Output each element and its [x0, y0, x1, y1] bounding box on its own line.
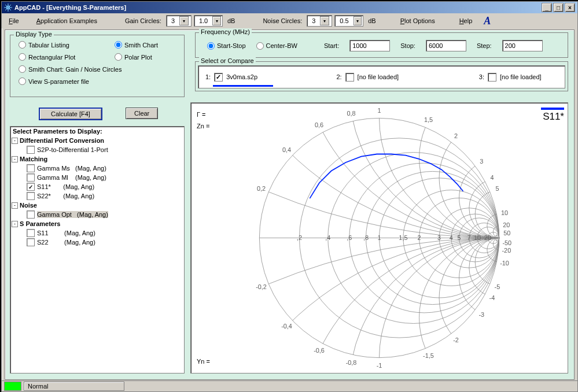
tree-noise[interactable]: -Noise [10, 201, 184, 210]
chevron-down-icon: ▾ [212, 16, 221, 25]
svg-text:-0,2: -0,2 [256, 283, 267, 290]
checkbox-icon[interactable] [27, 164, 35, 172]
checkbox-icon[interactable] [27, 146, 35, 154]
menu-plot-options[interactable]: Plot Options [398, 17, 437, 24]
noise-step-combo[interactable]: 0.5▾ [334, 15, 363, 27]
tree-sparams[interactable]: -S Parameters [10, 219, 184, 228]
svg-text:4: 4 [450, 234, 453, 241]
slot1-label: 1: [205, 73, 211, 80]
noise-count-combo[interactable]: 3▾ [307, 15, 332, 27]
svg-text:-10: -10 [500, 260, 509, 267]
zn-label: Zn = [197, 123, 209, 130]
slot1-file[interactable]: 3v0ma.s2p [226, 73, 273, 80]
slot2-file[interactable]: [no file loaded] [358, 73, 415, 80]
radio-rectangular[interactable]: Rectangular Plot [19, 53, 122, 61]
svg-text:-2: -2 [453, 336, 459, 343]
svg-text:-0,6: -0,6 [314, 347, 325, 354]
frequency-legend: Frequency (MHz) [199, 28, 252, 35]
noise-circles-label: Noise Circles: [260, 17, 304, 24]
collapse-icon[interactable]: - [12, 221, 18, 227]
clear-button[interactable]: Clear [126, 108, 158, 119]
svg-text:-3: -3 [478, 311, 484, 318]
step-field[interactable]: 200 [502, 40, 543, 51]
maximize-button[interactable]: □ [553, 3, 564, 12]
start-field[interactable]: 1000 [349, 40, 390, 51]
start-label: Start: [324, 42, 339, 49]
stop-label: Stop: [400, 42, 415, 49]
tree-diff-port[interactable]: -Differential Port Conversion [10, 136, 184, 145]
collapse-icon[interactable]: - [12, 156, 18, 162]
svg-text:-5: -5 [495, 283, 500, 290]
menu-file[interactable]: File [6, 17, 21, 24]
svg-text:5: 5 [458, 234, 461, 241]
svg-text:,4: ,4 [325, 234, 330, 241]
radio-start-stop[interactable]: Start-Stop [207, 42, 246, 50]
tree-s11star[interactable]: S11* (Mag, Ang) [10, 182, 184, 191]
svg-text:-4: -4 [489, 294, 495, 301]
chevron-down-icon: ▾ [320, 16, 329, 25]
radio-smith-gain-noise[interactable]: Smith Chart: Gain / Noise Circles [19, 65, 122, 73]
tree-s11[interactable]: S11 (Mag, Ang) [10, 228, 184, 238]
tree-s22star[interactable]: S22* (Mag, Ang) [10, 191, 184, 201]
radio-smith-chart[interactable]: Smith Chart [115, 41, 158, 49]
checkbox-icon[interactable] [27, 183, 35, 191]
tree-matching[interactable]: -Matching [10, 154, 184, 164]
stop-field[interactable]: 6000 [426, 40, 466, 51]
window-title: AppCAD - [Everything S-Parameters] [14, 4, 126, 11]
svg-text:-0,4: -0,4 [281, 323, 292, 330]
svg-point-37 [459, 238, 539, 318]
checkbox-icon[interactable] [27, 210, 35, 219]
select-compare-legend: Select or Compare [199, 57, 256, 64]
close-button[interactable]: × [565, 3, 575, 12]
tree-s22[interactable]: S22 (Mag, Ang) [10, 238, 184, 247]
checkbox-icon[interactable] [27, 238, 35, 246]
menu-app-examples[interactable]: Application Examples [34, 17, 100, 24]
slot3-label: 3: [479, 73, 484, 80]
svg-text:20: 20 [503, 221, 510, 228]
display-type-legend: Display Type [14, 31, 54, 38]
tree-gamma-opt[interactable]: Gamma Opt (Mag, Ang) [10, 210, 184, 219]
status-text: Normal [24, 382, 124, 391]
calculate-button[interactable]: Calculate [F4] [39, 108, 102, 120]
svg-text:3: 3 [480, 158, 483, 165]
svg-text:7: 7 [467, 234, 471, 241]
yn-label: Yn = [197, 358, 210, 365]
app-icon [4, 3, 12, 12]
tree-gamma-ms[interactable]: Gamma Ms (Mag, Ang) [10, 164, 184, 173]
svg-point-36 [459, 158, 539, 238]
step-label: Step: [477, 42, 492, 49]
collapse-icon[interactable]: - [12, 202, 18, 209]
svg-point-28 [349, 103, 568, 238]
svg-text:-0,8: -0,8 [346, 359, 357, 366]
svg-text:1: 1 [377, 234, 381, 241]
radio-polar[interactable]: Polar Plot [115, 53, 158, 61]
slot2-label: 2: [336, 73, 341, 80]
radio-view-file[interactable]: View S-parameter file [19, 77, 122, 85]
svg-text:0,6: 0,6 [315, 121, 323, 128]
chevron-down-icon: ▾ [179, 16, 189, 25]
svg-text:0,8: 0,8 [347, 110, 355, 117]
collapse-icon[interactable]: - [12, 138, 18, 144]
gain-unit: dB [225, 17, 237, 24]
gain-circles-label: Gain Circles: [123, 17, 164, 24]
gain-count-combo[interactable]: 3▾ [166, 15, 192, 27]
slot2-checkbox[interactable] [345, 73, 354, 82]
radio-tabular[interactable]: Tabular Listing [19, 41, 122, 49]
minimize-button[interactable]: _ [542, 3, 552, 12]
slot3-checkbox[interactable] [488, 73, 496, 82]
smith-chart[interactable]: Γ = Zn = Yn = S11* ,2,4,6,811,5234571020… [190, 102, 568, 373]
gain-step-combo[interactable]: 1.0▾ [194, 15, 223, 27]
slot1-checkbox[interactable] [214, 73, 223, 82]
tree-s2p-diff[interactable]: S2P-to-Differential 1-Port [10, 145, 184, 154]
slot3-file[interactable]: [no file loaded] [500, 73, 558, 80]
checkbox-icon[interactable] [27, 192, 35, 200]
svg-text:0,2: 0,2 [257, 185, 266, 192]
radio-center-bw[interactable]: Center-BW [256, 42, 297, 50]
menu-help[interactable]: Help [457, 17, 475, 24]
tree-gamma-ml[interactable]: Gamma Ml (Mag, Ang) [10, 173, 184, 182]
svg-point-38 [469, 178, 529, 238]
checkbox-icon[interactable] [27, 229, 35, 237]
svg-point-26 [299, 103, 568, 238]
status-indicator [4, 382, 21, 391]
checkbox-icon[interactable] [27, 173, 35, 182]
